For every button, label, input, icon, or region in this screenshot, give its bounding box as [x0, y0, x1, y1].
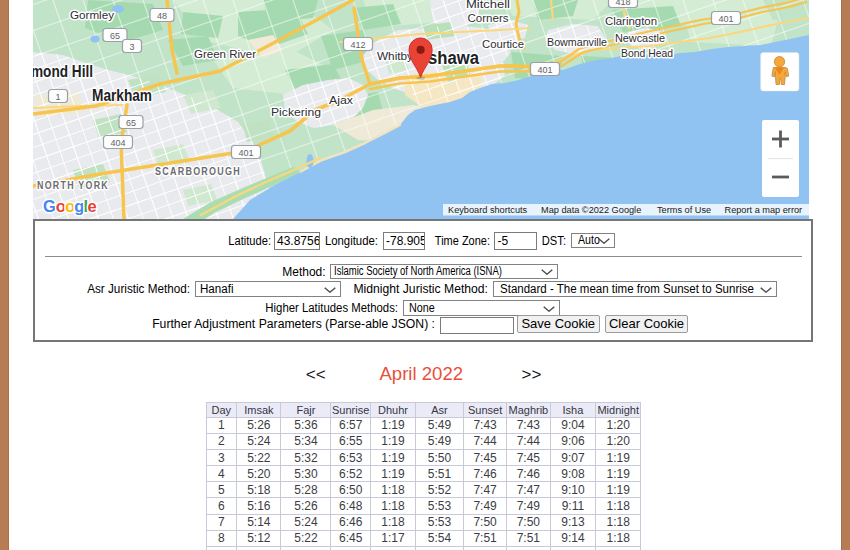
- svg-text:Bond Head: Bond Head: [621, 47, 673, 59]
- svg-text:1: 1: [55, 92, 60, 102]
- svg-text:e: e: [87, 197, 96, 215]
- svg-text:404: 404: [110, 138, 125, 148]
- svg-text:65: 65: [110, 31, 120, 41]
- svg-text:Mitchell: Mitchell: [466, 0, 510, 10]
- svg-text:G: G: [43, 197, 56, 215]
- svg-text:Terms of Use: Terms of Use: [657, 205, 711, 215]
- svg-text:SCARBOROUGH: SCARBOROUGH: [155, 165, 241, 177]
- svg-text:Gormley: Gormley: [70, 9, 115, 21]
- svg-text:Bowmanville: Bowmanville: [547, 36, 607, 48]
- svg-text:3: 3: [129, 42, 134, 52]
- svg-text:Pickering: Pickering: [271, 106, 321, 118]
- svg-text:Courtice: Courtice: [482, 38, 524, 50]
- svg-text:Whitby: Whitby: [377, 50, 413, 62]
- svg-text:Report a map error: Report a map error: [725, 205, 803, 215]
- svg-text:Newcastle: Newcastle: [615, 32, 665, 44]
- svg-text:NORTH YORK: NORTH YORK: [37, 179, 109, 191]
- svg-text:65: 65: [126, 118, 136, 128]
- svg-text:412: 412: [350, 40, 365, 50]
- svg-text:Keyboard shortcuts: Keyboard shortcuts: [448, 205, 528, 215]
- svg-text:Corners: Corners: [468, 12, 509, 24]
- svg-text:Map data ©2022 Google: Map data ©2022 Google: [541, 205, 641, 215]
- svg-text:mond Hill: mond Hill: [33, 62, 93, 80]
- svg-text:401: 401: [718, 14, 733, 24]
- svg-text:Clarington: Clarington: [605, 15, 657, 27]
- svg-text:418: 418: [615, 0, 630, 7]
- svg-text:Green River: Green River: [194, 48, 256, 60]
- svg-text:Ajax: Ajax: [329, 94, 353, 106]
- svg-text:Markham: Markham: [92, 86, 152, 104]
- svg-text:48: 48: [157, 11, 167, 21]
- svg-text:401: 401: [537, 65, 552, 75]
- svg-text:401: 401: [238, 148, 253, 158]
